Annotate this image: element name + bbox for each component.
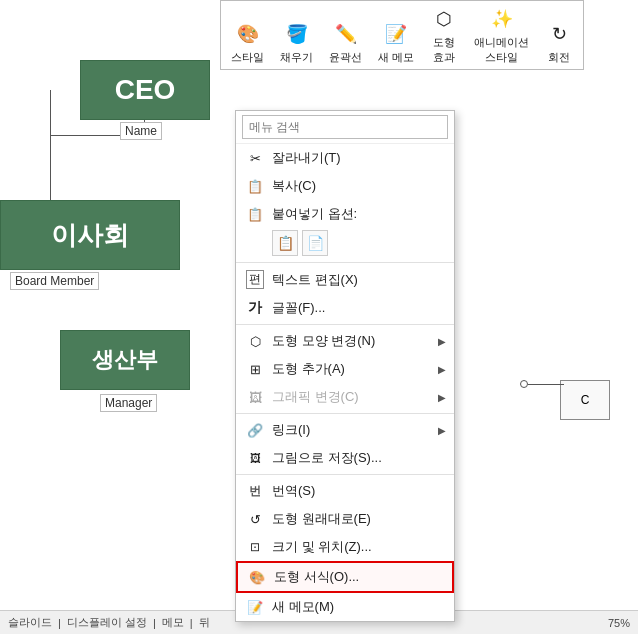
separator-1: [236, 262, 454, 263]
ribbon-effect-btn[interactable]: ⬡ 도형효과: [430, 5, 458, 65]
fill-icon: 🪣: [283, 20, 311, 48]
menu-item-shape-change-label: 도형 모양 변경(N): [272, 332, 375, 350]
search-box-wrap: [236, 111, 454, 144]
menu-item-link[interactable]: 🔗 링크(I) ▶: [236, 416, 454, 444]
ribbon-animation-btn[interactable]: ✨ 애니메이션스타일: [474, 5, 529, 65]
copy-icon: 📋: [246, 179, 264, 194]
menu-item-link-label: 링크(I): [272, 421, 310, 439]
link-arrow: ▶: [438, 425, 446, 436]
menu-item-format-shape-label: 도형 서식(O)...: [274, 568, 359, 586]
menu-item-graphic-change-label: 그래픽 변경(C): [272, 388, 359, 406]
paste-icons-row: 📋 📄: [236, 228, 454, 260]
ceo-shape[interactable]: CEO: [80, 60, 210, 120]
ribbon-style-label: 스타일: [231, 50, 264, 65]
add-shape-arrow: ▶: [438, 364, 446, 375]
connector-line: [50, 90, 51, 135]
menu-item-paste-label: 붙여넣기 옵션:: [272, 205, 357, 223]
production-shape[interactable]: 생산부: [60, 330, 190, 390]
reset-shape-icon: ↺: [246, 512, 264, 527]
add-shape-icon: ⊞: [246, 362, 264, 377]
status-display: 디스플레이 설정: [67, 615, 147, 630]
shape-change-arrow: ▶: [438, 336, 446, 347]
status-slide: 슬라이드: [8, 615, 52, 630]
animation-icon: ✨: [488, 5, 516, 33]
menu-item-shape-change[interactable]: ⬡ 도형 모양 변경(N) ▶: [236, 327, 454, 355]
status-separator-3: |: [190, 617, 193, 629]
menu-item-copy[interactable]: 📋 복사(C): [236, 172, 454, 200]
separator-3: [236, 413, 454, 414]
menu-item-size-position[interactable]: ⊡ 크기 및 위치(Z)...: [236, 533, 454, 561]
save-image-icon: 🖼: [246, 452, 264, 464]
status-zoom: 75%: [608, 617, 630, 629]
menu-item-save-image-label: 그림으로 저장(S)...: [272, 449, 382, 467]
ribbon: 🎨 스타일 🪣 채우기 ✏️ 윤곽선 📝 새 메모 ⬡ 도형효과 ✨ 애니메이션…: [220, 0, 584, 70]
menu-item-add-shape[interactable]: ⊞ 도형 추가(A) ▶: [236, 355, 454, 383]
board-name-label: Board Member: [10, 272, 99, 290]
cut-icon: ✂: [246, 151, 264, 166]
ribbon-fill-btn[interactable]: 🪣 채우기: [280, 20, 313, 65]
graphic-change-arrow: ▶: [438, 392, 446, 403]
menu-item-cut-label: 잘라내기(T): [272, 149, 341, 167]
ribbon-effect-label: 도형효과: [433, 35, 455, 65]
separator-2: [236, 324, 454, 325]
ribbon-rotate-label: 회전: [548, 50, 570, 65]
menu-item-cut[interactable]: ✂ 잘라내기(T): [236, 144, 454, 172]
rotate-icon: ↻: [545, 20, 573, 48]
status-separator-2: |: [153, 617, 156, 629]
new-memo-icon: 📝: [382, 20, 410, 48]
context-menu: ✂ 잘라내기(T) 📋 복사(C) 📋 붙여넣기 옵션: 📋 📄 편 텍스트 편…: [235, 110, 455, 622]
production-name-label: Manager: [100, 394, 157, 412]
menu-item-copy-label: 복사(C): [272, 177, 316, 195]
right-box: C: [560, 380, 610, 420]
graphic-change-icon: 🖼: [246, 390, 264, 405]
menu-item-new-memo2[interactable]: 📝 새 메모(M): [236, 593, 454, 621]
menu-item-format-shape[interactable]: 🎨 도형 서식(O)...: [236, 561, 454, 593]
menu-item-add-shape-label: 도형 추가(A): [272, 360, 345, 378]
format-shape-icon: 🎨: [248, 570, 266, 585]
font-icon: 가: [246, 299, 264, 317]
menu-item-size-position-label: 크기 및 위치(Z)...: [272, 538, 372, 556]
ceo-label: CEO: [115, 74, 176, 106]
ribbon-rotate-btn[interactable]: ↻ 회전: [545, 20, 573, 65]
connector-line: [50, 135, 51, 210]
menu-item-font[interactable]: 가 글꼴(F)...: [236, 294, 454, 322]
ribbon-outline-btn[interactable]: ✏️ 윤곽선: [329, 20, 362, 65]
board-shape[interactable]: 이사회: [0, 200, 180, 270]
status-memo: 메모: [162, 615, 184, 630]
menu-item-translate-label: 번역(S): [272, 482, 315, 500]
menu-item-reset-shape[interactable]: ↺ 도형 원래대로(E): [236, 505, 454, 533]
style-icon: 🎨: [234, 20, 262, 48]
connector-dot-right: [520, 380, 528, 388]
paste-icon-2[interactable]: 📄: [302, 230, 328, 256]
separator-4: [236, 474, 454, 475]
outline-icon: ✏️: [332, 20, 360, 48]
paste-icon-1[interactable]: 📋: [272, 230, 298, 256]
ribbon-outline-label: 윤곽선: [329, 50, 362, 65]
production-label: 생산부: [92, 345, 158, 375]
ribbon-fill-label: 채우기: [280, 50, 313, 65]
menu-item-paste-header: 📋 붙여넣기 옵션:: [236, 200, 454, 228]
ceo-name-label: Name: [120, 122, 162, 140]
menu-item-reset-shape-label: 도형 원래대로(E): [272, 510, 371, 528]
menu-item-font-label: 글꼴(F)...: [272, 299, 325, 317]
menu-item-graphic-change: 🖼 그래픽 변경(C) ▶: [236, 383, 454, 411]
link-icon: 🔗: [246, 423, 264, 438]
effect-icon: ⬡: [430, 5, 458, 33]
menu-search-input[interactable]: [242, 115, 448, 139]
size-position-icon: ⊡: [246, 540, 264, 554]
menu-item-text-edit[interactable]: 편 텍스트 편집(X): [236, 265, 454, 294]
status-back: 뒤: [199, 615, 210, 630]
board-label: 이사회: [51, 218, 129, 253]
ribbon-new-memo-btn[interactable]: 📝 새 메모: [378, 20, 414, 65]
menu-item-save-image[interactable]: 🖼 그림으로 저장(S)...: [236, 444, 454, 472]
menu-item-translate[interactable]: 번 번역(S): [236, 477, 454, 505]
connector-h-right: [528, 384, 564, 385]
translate-icon: 번: [246, 483, 264, 500]
ribbon-style-btn[interactable]: 🎨 스타일: [231, 20, 264, 65]
status-separator-1: |: [58, 617, 61, 629]
ribbon-animation-label: 애니메이션스타일: [474, 35, 529, 65]
menu-item-text-edit-label: 텍스트 편집(X): [272, 271, 358, 289]
new-memo2-icon: 📝: [246, 600, 264, 615]
ribbon-new-memo-label: 새 메모: [378, 50, 414, 65]
text-edit-icon: 편: [246, 270, 264, 289]
